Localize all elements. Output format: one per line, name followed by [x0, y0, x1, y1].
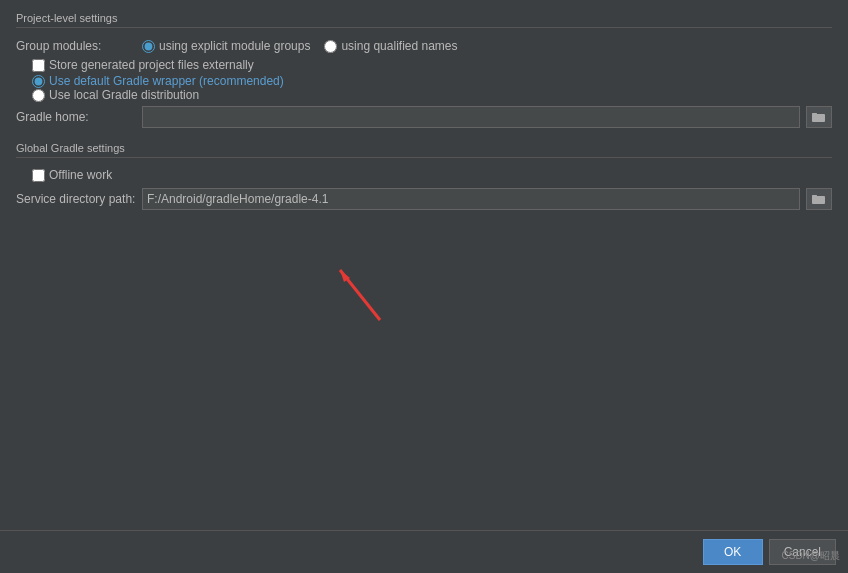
dialog-footer: OK Cancel	[0, 530, 848, 573]
svg-rect-3	[812, 195, 817, 197]
radio-qualified-option[interactable]: using qualified names	[324, 39, 457, 53]
offline-work-label: Offline work	[49, 168, 112, 182]
gradle-home-input[interactable]	[142, 106, 800, 128]
offline-work-checkbox[interactable]	[32, 169, 45, 182]
use-local-gradle-row: Use local Gradle distribution	[16, 88, 832, 102]
content-area: Project-level settings Group modules: us…	[0, 0, 848, 530]
radio-qualified-label: using qualified names	[341, 39, 457, 53]
dialog: Project-level settings Group modules: us…	[0, 0, 848, 573]
service-directory-input[interactable]	[142, 188, 800, 210]
radio-explicit-input[interactable]	[142, 40, 155, 53]
radio-explicit-option[interactable]: using explicit module groups	[142, 39, 310, 53]
group-modules-row: Group modules: using explicit module gro…	[16, 36, 832, 56]
group-modules-label: Group modules:	[16, 39, 136, 53]
svg-rect-1	[812, 113, 817, 115]
gradle-home-row: Gradle home:	[16, 102, 832, 132]
service-directory-browse-btn[interactable]	[806, 188, 832, 210]
radio-explicit-label: using explicit module groups	[159, 39, 310, 53]
store-generated-label: Store generated project files externally	[49, 58, 254, 72]
use-default-gradle-label: Use default Gradle wrapper (recommended)	[49, 74, 284, 88]
offline-work-option[interactable]: Offline work	[32, 166, 832, 184]
store-generated-option[interactable]: Store generated project files externally	[32, 56, 832, 74]
offline-work-row: Offline work	[16, 166, 832, 184]
use-default-gradle-row: Use default Gradle wrapper (recommended)	[16, 74, 832, 88]
watermark-text: CSDN@昭晨	[782, 549, 841, 563]
use-default-gradle-option[interactable]: Use default Gradle wrapper (recommended)	[32, 74, 832, 88]
use-local-gradle-radio[interactable]	[32, 89, 45, 102]
global-settings-header: Global Gradle settings	[16, 142, 832, 158]
folder-icon-2	[812, 193, 826, 205]
group-modules-radio-group: using explicit module groups using quali…	[142, 39, 458, 53]
use-local-gradle-option[interactable]: Use local Gradle distribution	[32, 88, 832, 102]
gradle-home-browse-btn[interactable]	[806, 106, 832, 128]
ok-button[interactable]: OK	[703, 539, 763, 565]
store-generated-checkbox[interactable]	[32, 59, 45, 72]
service-directory-label: Service directory path:	[16, 192, 136, 206]
use-local-gradle-label: Use local Gradle distribution	[49, 88, 199, 102]
service-directory-row: Service directory path:	[16, 184, 832, 214]
svg-rect-2	[812, 196, 825, 204]
svg-rect-0	[812, 114, 825, 122]
use-default-gradle-radio[interactable]	[32, 75, 45, 88]
store-generated-row: Store generated project files externally	[16, 56, 832, 74]
folder-icon	[812, 111, 826, 123]
radio-qualified-input[interactable]	[324, 40, 337, 53]
gradle-home-label: Gradle home:	[16, 110, 136, 124]
project-settings-header: Project-level settings	[16, 12, 832, 28]
